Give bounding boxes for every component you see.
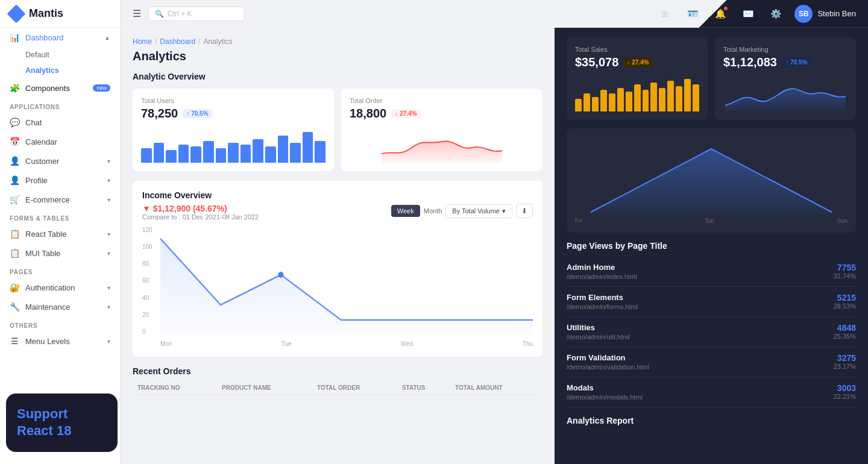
order-area-chart	[350, 127, 534, 163]
notification-bell-button[interactable]: 🔔	[711, 5, 729, 23]
total-order-value: 18,800	[350, 107, 386, 121]
income-svg	[160, 227, 533, 335]
bar	[693, 84, 699, 111]
pv-path-4: /demo/admin/modals.html	[567, 393, 643, 401]
user-profile-button[interactable]: SB Stebin Ben	[794, 5, 856, 23]
bar	[203, 141, 214, 163]
search-icon: 🔍	[155, 10, 164, 18]
arrow-down-icon: ↓	[627, 59, 630, 66]
sidebar-item-menu-levels[interactable]: ☰ Menu Levels ▾	[0, 331, 120, 351]
total-users-value-row: 78,250 ↑ 70.5%	[141, 107, 326, 121]
total-marketing-value: $1,12,083	[723, 55, 777, 69]
bar	[634, 84, 641, 111]
x-axis-labels: Mon Tue Wed Thu	[160, 340, 533, 347]
users-bar-chart	[141, 127, 326, 163]
sidebar-item-authentication[interactable]: 🔐 Authentication ▾	[0, 278, 120, 297]
sidebar-item-components[interactable]: 🧩 Components new	[0, 78, 120, 98]
support-react-popup[interactable]: Support React 18	[6, 393, 118, 452]
sidebar-item-default[interactable]: Default	[0, 47, 120, 63]
main-area: ☰ 🔍 Ctrl + K ⊞ 🪪 🔔 ✉️ ⚙️	[121, 0, 868, 464]
bar	[617, 88, 624, 111]
search-placeholder: Ctrl + K	[168, 10, 192, 18]
breadcrumb: Home / Dashboard / Analytics	[133, 37, 542, 46]
income-left: ▼ $1,12,900 (45.67%) Compare to : 01 Dec…	[142, 204, 259, 221]
sidebar-item-react-table[interactable]: 📋 React Table ▾	[0, 224, 120, 243]
pv-path-3: /demo/admin/validation.html	[567, 363, 649, 371]
total-order-label: Total Order	[350, 97, 534, 104]
income-overview-card: Income Overview ▼ $1,12,900 (45.67%) Com…	[133, 181, 542, 357]
bar	[575, 99, 582, 111]
sidebar-item-profile[interactable]: 👤 Profile ▾	[0, 171, 120, 190]
total-sales-card: Total Sales $35,078 ↓ 27.4%	[567, 37, 708, 120]
sales-bar-chart	[575, 75, 699, 111]
topbar: ☰ 🔍 Ctrl + K ⊞ 🪪 🔔 ✉️ ⚙️	[121, 0, 868, 28]
bar	[583, 93, 590, 111]
recent-orders-table: TRACKING NO PRODUCT NAME TOTAL ORDER STA…	[133, 381, 542, 395]
page-views-section: Page Views by Page Title Admin Home /dem…	[567, 241, 856, 407]
pv-path-2: /demo/admin/util.html	[567, 333, 630, 340]
section-label-forms: Forms & Tables	[0, 209, 120, 224]
section-label-others: Others	[0, 316, 120, 331]
ecommerce-icon: 🛒	[10, 195, 19, 204]
components-icon: 🧩	[10, 83, 19, 93]
bar	[667, 81, 674, 111]
search-bar[interactable]: 🔍 Ctrl + K	[148, 7, 245, 21]
pv-name-0: Admin Home	[567, 263, 637, 272]
total-sales-value-row: $35,078 ↓ 27.4%	[575, 55, 699, 69]
sidebar-item-chat[interactable]: 💬 Chat	[0, 113, 120, 132]
total-users-value: 78,250	[141, 107, 178, 121]
dark-cards-row: Total Sales $35,078 ↓ 27.4%	[567, 37, 856, 120]
volume-button[interactable]: By Total Volume ▾	[445, 204, 512, 218]
sidebar-item-dashboard[interactable]: 📊 Dashboard ▲	[0, 28, 120, 47]
download-button[interactable]: ⬇	[516, 204, 533, 218]
react-table-icon: 📋	[10, 229, 19, 239]
bar	[265, 146, 276, 163]
pv-path-0: /demo/admin/index.html	[567, 273, 637, 280]
month-button[interactable]: Month	[424, 207, 442, 215]
logo-text: Mantis	[29, 7, 63, 20]
total-users-label: Total Users	[141, 97, 326, 104]
total-order-badge: ↓ 27.4%	[391, 109, 420, 118]
col-tracking: TRACKING NO	[133, 381, 217, 395]
analytics-report-section: Analytics Report	[567, 416, 856, 429]
sidebar-item-maintenance[interactable]: 🔧 Maintenance ▾	[0, 297, 120, 316]
week-button[interactable]: Week	[391, 205, 420, 217]
settings-icon-button[interactable]: ⚙️	[767, 5, 785, 23]
total-sales-badge: ↓ 27.4%	[623, 58, 652, 67]
income-overview-title: Income Overview	[142, 190, 533, 200]
page-view-item-form-validation: Form Validation /demo/admin/validation.h…	[567, 347, 856, 377]
breadcrumb-dashboard[interactable]: Dashboard	[160, 37, 195, 46]
marketing-area-chart	[723, 75, 848, 111]
bar	[609, 93, 615, 111]
recent-orders-title: Recent Orders	[133, 366, 542, 376]
bar	[166, 150, 177, 163]
grid-icon-button[interactable]: ⊞	[656, 5, 674, 23]
message-icon-button[interactable]: ✉️	[739, 5, 757, 23]
sidebar-item-customer[interactable]: 👤 Customer ▾	[0, 151, 120, 171]
total-order-card: Total Order 18,800 ↓ 27.4%	[341, 89, 542, 171]
chevron-down-icon: ▾	[107, 250, 110, 257]
bar	[241, 145, 251, 163]
sidebar-item-ecommerce[interactable]: 🛒 E-commerce ▾	[0, 190, 120, 209]
chevron-down-icon: ▾	[107, 338, 110, 345]
bar	[659, 88, 665, 111]
sidebar-item-mui-table[interactable]: 📋 MUI Table ▾	[0, 243, 120, 263]
income-amount: ▼ $1,12,900 (45.67%)	[142, 204, 227, 213]
pv-count-2: 4848	[834, 323, 856, 333]
breadcrumb-home[interactable]: Home	[133, 37, 152, 46]
chevron-down-icon: ▾	[502, 207, 506, 215]
sidebar: Mantis 📊 Dashboard ▲ Default Analytics 🧩…	[0, 0, 121, 464]
hamburger-button[interactable]: ☰	[133, 8, 141, 19]
settings-icon: ⚙️	[770, 8, 782, 19]
sidebar-item-analytics[interactable]: Analytics	[0, 63, 120, 78]
dark-chart-x-labels: Fri Sat Sun	[575, 218, 848, 224]
user-card-icon-button[interactable]: 🪪	[684, 5, 702, 23]
user-card-icon: 🪪	[687, 8, 699, 19]
sidebar-logo: Mantis	[0, 0, 120, 28]
notification-badge	[723, 6, 728, 11]
bar	[303, 132, 313, 163]
sidebar-item-calendar[interactable]: 📅 Calendar	[0, 132, 120, 151]
total-order-chart	[350, 127, 534, 163]
total-marketing-label: Total Marketing	[723, 46, 848, 53]
chevron-down-icon: ▾	[107, 196, 110, 203]
